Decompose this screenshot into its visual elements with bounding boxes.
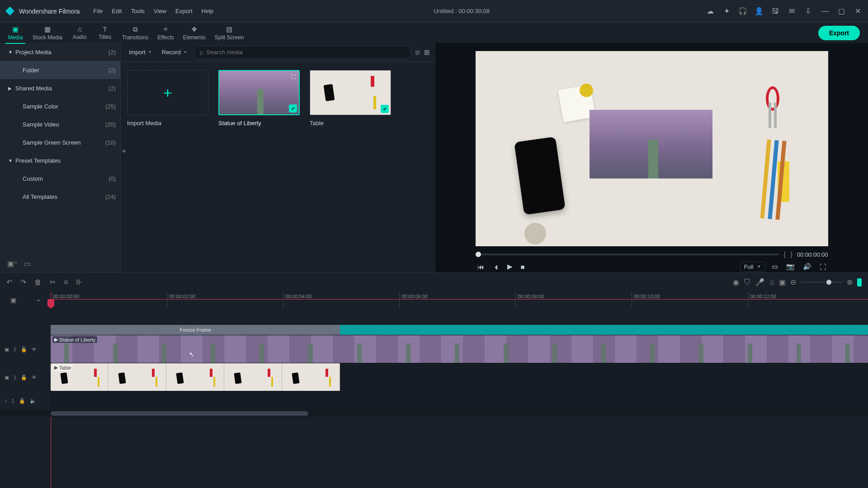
menu-help[interactable]: Help: [198, 6, 217, 16]
fullscreen-icon[interactable]: ⛶: [818, 261, 828, 272]
freeze-frame-continuation[interactable]: [340, 325, 868, 335]
media-item-table[interactable]: ✓ Table: [310, 70, 391, 127]
freeze-frame-track[interactable]: Freeze Frame: [51, 325, 868, 335]
download-icon[interactable]: ⇩: [803, 6, 813, 16]
lock-icon[interactable]: 🔓: [21, 347, 27, 352]
open-folder-icon[interactable]: ▭: [24, 259, 31, 268]
preview-canvas[interactable]: [476, 51, 828, 246]
scrub-thumb[interactable]: [476, 252, 481, 257]
zoom-slider-thumb[interactable]: [826, 280, 831, 285]
tab-stock-media[interactable]: ▦Stock Media: [28, 24, 67, 42]
tab-audio[interactable]: ♫Audio: [67, 24, 92, 41]
menu-file[interactable]: File: [90, 6, 106, 16]
timeline-ruler[interactable]: 00:00:00:00 00:00:02:00 00:00:04:00 00:0…: [51, 292, 868, 308]
grid-view-icon[interactable]: ⊞: [424, 48, 430, 56]
shield-icon[interactable]: ⛉: [744, 278, 751, 286]
track-v1-content[interactable]: ▶ Table: [51, 363, 868, 391]
split-icon[interactable]: ✂: [50, 278, 56, 286]
menu-tools[interactable]: Tools: [127, 6, 148, 16]
visibility-icon[interactable]: 👁: [32, 347, 37, 352]
folder-icon: ▣: [12, 25, 19, 33]
stop-button[interactable]: ■: [519, 261, 527, 272]
delete-icon[interactable]: 🗑: [34, 278, 42, 286]
tab-effects[interactable]: ✧Effects: [153, 24, 178, 42]
speed-icon[interactable]: ⊪: [76, 278, 82, 286]
sidebar-item-preset-templates[interactable]: ▼Preset Templates: [0, 151, 120, 169]
zoom-out-icon[interactable]: ⊖: [790, 278, 796, 286]
visibility-icon[interactable]: 👁: [32, 375, 37, 380]
tab-titles[interactable]: TTitles: [92, 24, 118, 41]
lock-icon[interactable]: 🔓: [21, 375, 27, 380]
undo-icon[interactable]: ↶: [6, 278, 12, 286]
save-icon[interactable]: 🖫: [770, 6, 780, 16]
maximize-button[interactable]: ▢: [836, 6, 846, 16]
support-icon[interactable]: 🎧: [738, 6, 748, 16]
import-dropdown[interactable]: Import▼: [126, 49, 155, 56]
zoom-slider[interactable]: [801, 282, 842, 283]
sidebar-item-sample-video[interactable]: Sample Video(20): [0, 115, 120, 133]
track-index: 1: [14, 375, 16, 380]
sidebar-item-project-media[interactable]: ▼Project Media(2): [0, 43, 120, 61]
tab-transitions[interactable]: ⧉Transitions: [118, 24, 153, 42]
menu-edit[interactable]: Edit: [108, 6, 125, 16]
timeline-scrollbar-thumb[interactable]: [51, 411, 308, 416]
menu-view[interactable]: View: [150, 6, 170, 16]
tab-media[interactable]: ▣Media: [3, 24, 28, 42]
search-input[interactable]: [207, 49, 406, 56]
tab-split-screen[interactable]: ▤Split Screen: [210, 24, 249, 42]
mark-in-icon[interactable]: {: [783, 251, 786, 258]
lock-icon[interactable]: 🔓: [19, 398, 25, 404]
clip-table[interactable]: ▶ Table: [51, 363, 340, 391]
close-button[interactable]: ✕: [853, 6, 863, 16]
sidebar-item-sample-green-screen[interactable]: Sample Green Screen(10): [0, 133, 120, 151]
timeline-scrollbar[interactable]: [0, 410, 868, 417]
preview-quality-dropdown[interactable]: Full▼: [740, 262, 765, 272]
filter-icon[interactable]: ⎚: [415, 48, 420, 56]
preview-scrubber[interactable]: { } 00:00:00:00: [476, 251, 828, 258]
sidebar-item-all-templates[interactable]: All Templates(24): [0, 188, 120, 206]
hint-icon[interactable]: ✦: [722, 6, 731, 16]
cloud-icon[interactable]: ☁: [705, 6, 715, 16]
menu-export[interactable]: Export: [172, 6, 196, 16]
mute-icon[interactable]: 🔈: [30, 398, 36, 404]
notification-icon[interactable]: ✉: [787, 6, 797, 16]
clip-statue-of-liberty[interactable]: ▶ Statue of Liberty ↖: [51, 335, 868, 363]
new-folder-icon[interactable]: ▣⁺: [7, 259, 18, 268]
import-media-tile[interactable]: + Import Media: [127, 70, 208, 127]
mark-out-icon[interactable]: }: [790, 251, 793, 258]
prev-frame-button[interactable]: ⏮: [476, 261, 486, 272]
crop-icon[interactable]: ≡: [64, 278, 68, 286]
step-back-button[interactable]: ⏵: [491, 261, 501, 272]
render-icon[interactable]: ◉: [733, 278, 739, 286]
marker-icon[interactable]: ▣: [779, 278, 786, 286]
record-dropdown[interactable]: Record▼: [159, 49, 190, 56]
track-manager-icon[interactable]: ▣: [10, 296, 16, 304]
volume-icon[interactable]: 🔊: [801, 261, 813, 272]
media-label: Table: [310, 120, 391, 127]
scrub-track[interactable]: [476, 253, 779, 255]
media-item-statue-of-liberty[interactable]: ⛶ ✓ Statue of Liberty: [218, 70, 300, 127]
voice-over-icon[interactable]: 🎤: [755, 278, 764, 286]
track-a1-content[interactable]: [51, 391, 868, 410]
mixer-icon[interactable]: ♫: [769, 278, 774, 286]
export-button[interactable]: Export: [818, 26, 860, 40]
redo-icon[interactable]: ↷: [20, 278, 26, 286]
zoom-to-fit-icon[interactable]: [857, 278, 862, 286]
track-v2-content[interactable]: ▶ Statue of Liberty ↖: [51, 335, 868, 363]
tab-elements[interactable]: ❖Elements: [179, 24, 210, 42]
zoom-in-icon[interactable]: ⊕: [847, 278, 853, 286]
sidebar-item-sample-color[interactable]: Sample Color(25): [0, 97, 120, 115]
sidebar-item-custom[interactable]: Custom(0): [0, 169, 120, 188]
display-icon[interactable]: ▭: [770, 261, 780, 272]
sidebar-item-folder[interactable]: Folder(2): [0, 61, 120, 79]
minimize-button[interactable]: —: [820, 6, 830, 16]
sidebar-item-shared-media[interactable]: ▶Shared Media(2): [0, 79, 120, 97]
snapshot-icon[interactable]: 📷: [784, 261, 797, 272]
media-search[interactable]: ⌕: [194, 46, 411, 59]
freeze-frame-segment[interactable]: Freeze Frame: [51, 325, 340, 335]
sidebar-collapse-icon[interactable]: ◀: [122, 148, 125, 153]
magnet-icon[interactable]: ⌁: [37, 296, 40, 304]
chevron-down-icon: ▼: [757, 264, 761, 269]
account-icon[interactable]: 👤: [754, 6, 764, 16]
play-button[interactable]: ▶: [505, 261, 514, 272]
